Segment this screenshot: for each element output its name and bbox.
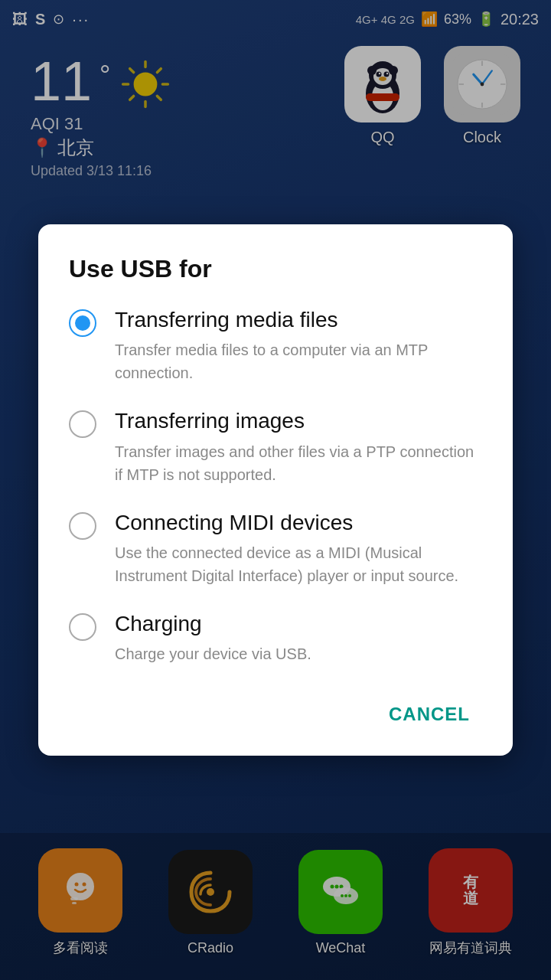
option-midi-text: Connecting MIDI devices Use the connecte… bbox=[115, 509, 482, 587]
option-charging-title: Charging bbox=[115, 610, 482, 638]
option-charging-text: Charging Charge your device via USB. bbox=[115, 610, 482, 665]
radio-media-inner bbox=[75, 315, 90, 331]
option-midi-desc: Use the connected device as a MIDI (Musi… bbox=[115, 541, 482, 587]
option-midi-title: Connecting MIDI devices bbox=[115, 509, 482, 537]
option-charging-desc: Charge your device via USB. bbox=[115, 642, 482, 665]
option-images-desc: Transfer images and other files via a PT… bbox=[115, 440, 482, 486]
dialog-overlay: Use USB for Transferring media files Tra… bbox=[0, 0, 551, 980]
usb-dialog: Use USB for Transferring media files Tra… bbox=[38, 224, 513, 756]
option-media-desc: Transfer media files to a computer via a… bbox=[115, 338, 482, 384]
radio-images[interactable] bbox=[69, 410, 96, 438]
dialog-actions: CANCEL bbox=[69, 688, 482, 733]
option-media-text: Transferring media files Transfer media … bbox=[115, 306, 482, 384]
option-charging[interactable]: Charging Charge your device via USB. bbox=[69, 610, 482, 665]
option-media[interactable]: Transferring media files Transfer media … bbox=[69, 306, 482, 384]
dialog-title: Use USB for bbox=[69, 255, 482, 283]
option-midi[interactable]: Connecting MIDI devices Use the connecte… bbox=[69, 509, 482, 587]
option-images-title: Transferring images bbox=[115, 407, 482, 435]
option-images[interactable]: Transferring images Transfer images and … bbox=[69, 407, 482, 485]
option-media-title: Transferring media files bbox=[115, 306, 482, 334]
cancel-button[interactable]: CANCEL bbox=[377, 696, 482, 733]
option-images-text: Transferring images Transfer images and … bbox=[115, 407, 482, 485]
radio-charging[interactable] bbox=[69, 613, 96, 641]
radio-media[interactable] bbox=[69, 309, 96, 337]
radio-midi[interactable] bbox=[69, 512, 96, 540]
